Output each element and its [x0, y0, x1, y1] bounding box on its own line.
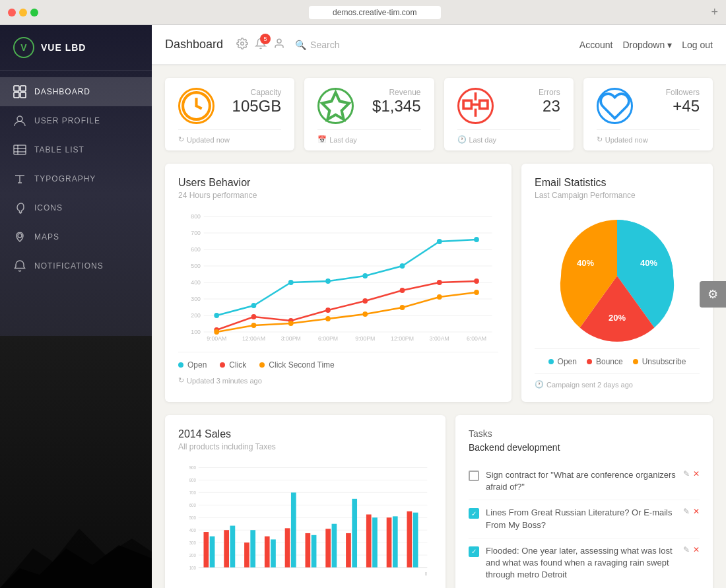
legend-click-second: Click Second Time — [259, 360, 334, 370]
email-stats-title: Email Statistics — [535, 177, 700, 189]
task-delete-2[interactable]: ✕ — [693, 507, 700, 516]
task-edit-3[interactable]: ✎ — [683, 545, 690, 554]
notification-bell[interactable]: 5 — [255, 38, 267, 52]
tasks-section: Backend development — [469, 442, 700, 453]
svg-rect-2 — [14, 92, 19, 98]
legend-dot-open — [178, 362, 183, 368]
task-actions-1: ✎ ✕ — [683, 469, 700, 478]
sidebar-item-label: Maps — [34, 232, 59, 242]
dashboard-icon — [13, 85, 26, 98]
email-footer-text: Campaign sent 2 days ago — [546, 381, 633, 389]
stat-info: Capacity 105GB — [232, 88, 282, 115]
task-actions-3: ✎ ✕ — [683, 545, 700, 554]
svg-point-9 — [18, 234, 22, 238]
notification-count: 5 — [260, 34, 271, 44]
dot-green — [30, 9, 38, 16]
svg-rect-107 — [387, 517, 392, 568]
search-bar[interactable]: 🔍 Search — [295, 40, 339, 50]
svg-rect-16 — [479, 100, 487, 108]
stat-value: +45 — [666, 97, 700, 115]
settings-gear-btn[interactable]: ⚙ — [700, 281, 726, 308]
legend-label-open: Open — [187, 360, 207, 370]
stat-card-revenue: Revenue $1,345 📅 Last day — [304, 78, 434, 150]
sidebar-item-table-list[interactable]: Table List — [0, 135, 152, 164]
user-avatar-btn[interactable] — [273, 38, 285, 52]
sidebar-item-user-profile[interactable]: User Profile — [0, 106, 152, 135]
svg-point-62 — [288, 321, 294, 326]
pie-label-unsub: Unsubscribe — [642, 357, 686, 366]
pie-label-bounce: Bounce — [596, 357, 623, 366]
charts-row: Users Behavior 24 Hours performance — [165, 164, 713, 402]
revenue-icon — [317, 88, 354, 124]
task-actions-2: ✎ ✕ — [683, 507, 700, 516]
account-link[interactable]: Account — [579, 40, 613, 50]
stat-card-capacity: Capacity 105GB ↻ Updated now — [165, 78, 294, 150]
stat-info: Followers +45 — [666, 88, 700, 115]
sidebar-item-notifications[interactable]: Notifications — [0, 251, 152, 280]
svg-point-61 — [251, 323, 257, 328]
svg-text:20%: 20% — [609, 313, 626, 323]
stat-footer-text: Last day — [329, 136, 357, 144]
svg-point-50 — [437, 239, 442, 244]
stat-footer: ↻ Updated now — [597, 129, 700, 144]
user-profile-icon — [13, 114, 26, 127]
sidebar-item-icons[interactable]: Icons — [0, 193, 152, 222]
stat-footer: 📅 Last day — [317, 129, 420, 144]
sidebar-item-label: Icons — [34, 203, 63, 212]
svg-text:40%: 40% — [640, 258, 657, 268]
svg-point-44 — [214, 313, 219, 318]
task-delete-1[interactable]: ✕ — [693, 469, 700, 478]
task-checkbox-2[interactable]: ✓ — [469, 508, 479, 519]
task-checkbox-1[interactable] — [469, 471, 479, 481]
svg-point-49 — [400, 263, 405, 269]
stat-footer: 🕐 Last day — [457, 129, 560, 144]
logout-link[interactable]: Log out — [682, 40, 713, 50]
svg-text:100: 100 — [191, 329, 201, 335]
browser-add-tab[interactable]: + — [711, 5, 718, 19]
svg-text:3:00PM: 3:00PM — [281, 335, 301, 342]
svg-text:300: 300 — [189, 540, 196, 545]
svg-point-60 — [214, 329, 219, 335]
stat-label: Errors — [539, 88, 560, 97]
svg-point-63 — [325, 316, 331, 321]
stat-card-top: Capacity 105GB — [178, 88, 281, 124]
stat-label: Capacity — [232, 88, 282, 97]
stat-card-top: Revenue $1,345 — [317, 88, 420, 124]
svg-text:900: 900 — [189, 465, 196, 471]
svg-rect-95 — [265, 537, 270, 568]
task-edit-1[interactable]: ✎ — [683, 469, 690, 478]
typography-icon — [13, 172, 26, 185]
sidebar: V VUE LBD Dashboard — [0, 25, 152, 588]
page-title: Dashboard — [165, 38, 223, 51]
svg-rect-103 — [346, 533, 351, 568]
svg-text:9:00AM: 9:00AM — [207, 335, 226, 342]
stat-footer-text: Last day — [469, 136, 497, 144]
errors-icon — [457, 88, 494, 124]
task-text-1: Sign contract for "What are conference o… — [486, 469, 676, 493]
task-edit-2[interactable]: ✎ — [683, 507, 690, 516]
sidebar-item-dashboard[interactable]: Dashboard — [0, 77, 152, 106]
line-chart: 800 700 600 500 400 300 200 100 9:00AM 1… — [178, 210, 498, 342]
stat-card-top: Errors 23 — [457, 88, 560, 124]
dropdown-menu[interactable]: Dropdown ▾ — [622, 40, 672, 50]
header: Dashboard 5 — [152, 25, 726, 65]
task-delete-3[interactable]: ✕ — [693, 545, 700, 554]
dropdown-label: Dropdown — [622, 40, 665, 50]
svg-point-45 — [251, 303, 257, 308]
pie-dot-bounce — [587, 359, 592, 364]
sidebar-item-maps[interactable]: Maps — [0, 222, 152, 251]
table-list-icon — [13, 143, 26, 156]
task-checkbox-3[interactable]: ✓ — [469, 546, 479, 557]
task-item-1: Sign contract for "What are conference o… — [469, 463, 700, 500]
search-icon: 🔍 — [295, 40, 306, 50]
svg-point-56 — [362, 298, 368, 304]
svg-rect-93 — [244, 542, 249, 568]
svg-text:9:00PM: 9:00PM — [355, 335, 375, 342]
svg-text:0: 0 — [425, 572, 428, 577]
sidebar-item-typography[interactable]: Typography — [0, 164, 152, 193]
stat-label: Followers — [666, 88, 700, 97]
svg-rect-89 — [204, 532, 209, 568]
chart-title: Users Behavior — [178, 177, 498, 189]
settings-header-icon[interactable] — [236, 38, 248, 52]
stat-value: $1,345 — [372, 97, 420, 115]
